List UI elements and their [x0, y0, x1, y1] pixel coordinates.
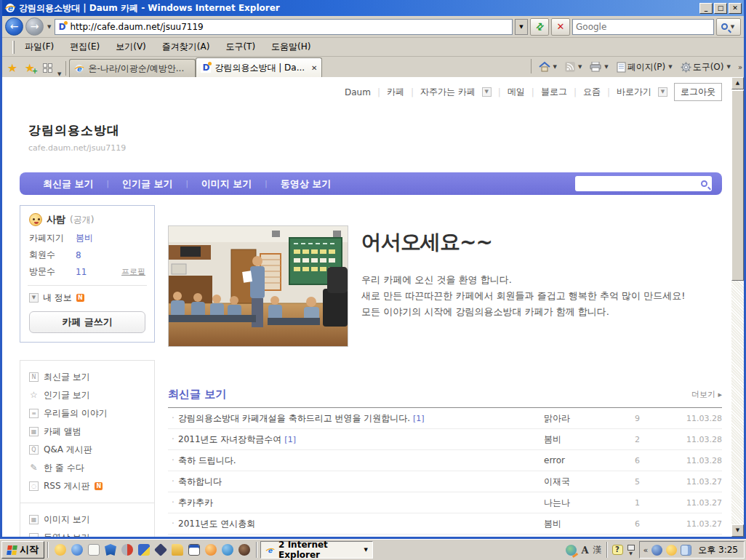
favorites-button[interactable]: ★: [4, 59, 21, 76]
menu-view[interactable]: 보기(V): [116, 41, 146, 53]
sidebar-item-video-view[interactable]: ▸동영상 보기: [29, 529, 145, 537]
frequent-cafes-dropdown-icon[interactable]: ▼: [482, 87, 492, 97]
history-dropdown-icon[interactable]: ▼: [46, 24, 52, 30]
language-bar-restore[interactable]: ▼: [627, 545, 635, 556]
nav-images[interactable]: 이미지 보기: [188, 177, 265, 191]
recent-posts-heading[interactable]: 최신글 보기: [168, 388, 226, 401]
scroll-down-icon[interactable]: ▼: [731, 524, 744, 537]
home-button[interactable]: ▼: [537, 60, 561, 74]
title-bar[interactable]: e 강림의용소방대 | Daum 카페 - Windows Internet E…: [2, 0, 744, 16]
shield-icon[interactable]: [105, 544, 116, 556]
hanja-input-icon[interactable]: 漢: [593, 544, 602, 556]
nav-latest-posts[interactable]: 최신글 보기: [30, 177, 107, 191]
google-search-input[interactable]: [576, 22, 710, 32]
link-yozm[interactable]: 요즘: [583, 86, 601, 98]
taskbar-window-button[interactable]: e 2 Internet Explorer ▼: [260, 541, 373, 559]
link-mail[interactable]: 메일: [508, 86, 525, 98]
profile-link[interactable]: 프로필: [121, 266, 145, 277]
latin-input-icon[interactable]: A: [581, 545, 588, 556]
smiley-tray-icon[interactable]: [666, 545, 677, 556]
address-dropdown-icon[interactable]: ▼: [515, 19, 528, 35]
ime-keyboard-tray-icon[interactable]: [681, 545, 691, 556]
add-favorite-button[interactable]: ★+: [21, 59, 39, 76]
stop-button[interactable]: ✕: [551, 18, 570, 36]
scheduler-tray-icon[interactable]: [651, 545, 662, 556]
vertical-scrollbar[interactable]: ▲ ▼: [731, 77, 744, 537]
minimize-button[interactable]: _: [699, 3, 713, 14]
nav-popular-posts[interactable]: 인기글 보기: [109, 177, 186, 191]
close-button[interactable]: ✕: [729, 3, 742, 14]
menu-favorites[interactable]: 즐겨찾기(A): [162, 41, 210, 53]
diamond-icon[interactable]: [154, 543, 167, 556]
collapse-chevron-icon[interactable]: «: [643, 545, 649, 555]
post-title[interactable]: 2011년도 연시총회: [178, 518, 544, 530]
start-button[interactable]: 시작: [1, 541, 44, 559]
post-title[interactable]: 추카추카: [178, 497, 544, 509]
cafe-owner-link[interactable]: 봄비: [76, 232, 93, 244]
link-frequent-cafes[interactable]: 자주가는 카페: [420, 86, 476, 98]
sidebar-item-rss[interactable]: ◌RSS 게시판N: [29, 477, 145, 495]
forward-button[interactable]: →: [25, 17, 44, 36]
address-input[interactable]: [70, 22, 510, 32]
maximize-button[interactable]: □: [714, 3, 727, 14]
menu-tools[interactable]: 도구(T): [225, 41, 255, 53]
language-bar-icon[interactable]: [566, 545, 577, 556]
menu-help[interactable]: 도움말(H): [271, 41, 310, 53]
acrobat-icon[interactable]: [222, 544, 233, 556]
scrollbar-thumb[interactable]: [731, 90, 744, 281]
tab-close-icon[interactable]: ✕: [311, 64, 317, 72]
post-title[interactable]: 축하 드립니다.: [178, 455, 544, 467]
quick-tabs-button[interactable]: [39, 59, 56, 76]
scroll-up-icon[interactable]: ▲: [731, 77, 744, 89]
link-daum[interactable]: Daum: [345, 87, 371, 97]
more-link[interactable]: 더보기 ▸: [691, 389, 722, 400]
menu-grip[interactable]: [12, 41, 15, 54]
tools-button[interactable]: 도구(O) ▼: [678, 60, 734, 75]
sidebar-item-our-story[interactable]: ≡우리들의 이야기: [29, 404, 145, 423]
hangul-doc-icon[interactable]: [88, 544, 100, 556]
logout-button[interactable]: 로그아웃: [674, 83, 722, 101]
sidebar-item-latest[interactable]: N최신글 보기: [29, 368, 145, 386]
tab-list-dropdown-icon[interactable]: ▼: [56, 71, 63, 77]
swoosh-icon[interactable]: [121, 544, 133, 556]
post-row[interactable]: · 축하합니다 이재국 5 11.03.27: [168, 471, 722, 492]
sidebar-item-one-line[interactable]: ✎한 줄 수다: [29, 459, 145, 477]
post-row[interactable]: · 2011년도 연시총회 봄비 6 11.03.27: [168, 513, 722, 535]
shortcuts-dropdown-icon[interactable]: ▼: [658, 87, 667, 97]
user-face-icon[interactable]: [238, 544, 250, 556]
search-go-button[interactable]: ▼: [716, 18, 741, 36]
sidebar-item-qna[interactable]: QQ&A 게시판: [29, 441, 145, 459]
folder-icon[interactable]: [172, 544, 183, 556]
link-cafe[interactable]: 카페: [387, 86, 404, 98]
sidebar-item-album[interactable]: ▦카페 앨범: [29, 423, 145, 441]
print-button[interactable]: ▼: [587, 60, 611, 73]
refresh-button[interactable]: ⇄: [530, 18, 549, 36]
messenger-icon[interactable]: [55, 544, 66, 556]
post-title[interactable]: 축하합니다: [178, 476, 544, 488]
nav-videos[interactable]: 동영상 보기: [268, 177, 345, 191]
post-row[interactable]: · 추카추카 나는나 1 11.03.27: [168, 492, 722, 513]
write-post-button[interactable]: 카페 글쓰기: [29, 311, 145, 333]
media-icon[interactable]: [138, 544, 150, 556]
ie-launch-icon[interactable]: [71, 544, 83, 556]
post-title[interactable]: 강림의용소방대 카페개설을 축하드리고 번영을 기원합니다.[1]: [178, 412, 544, 425]
my-info-label[interactable]: 내 정보: [43, 292, 72, 304]
sidebar-item-image-view[interactable]: ▦이미지 보기: [29, 511, 145, 529]
my-info-dropdown-icon[interactable]: ▼: [29, 293, 39, 303]
back-button[interactable]: ←: [5, 17, 23, 36]
tab-cafe[interactable]: D 강림의용소방대 | Da... ✕: [196, 57, 322, 77]
console-window-icon[interactable]: [188, 544, 200, 556]
post-row[interactable]: · 강림의용소방대 카페개설을 축하드리고 번영을 기원합니다.[1] 맑아라 …: [168, 408, 722, 429]
link-blog[interactable]: 블로그: [541, 86, 567, 98]
search-icon[interactable]: [701, 180, 707, 187]
feeds-button[interactable]: ▼: [563, 60, 585, 73]
tab-onnara[interactable]: e 온-나라/이광순/예방안...: [69, 59, 196, 77]
page-button[interactable]: 페이지(P) ▼: [614, 60, 676, 75]
post-row[interactable]: · 축하 드립니다. error 6 11.03.28: [168, 450, 722, 471]
menu-file[interactable]: 파일(F): [25, 41, 54, 53]
sidebar-item-popular[interactable]: ☆인기글 보기: [29, 386, 145, 404]
post-row[interactable]: · 2011년도 자녀장학금수여[1] 봄비 2 11.03.28: [168, 429, 722, 450]
help-icon[interactable]: ?: [612, 545, 623, 555]
menu-edit[interactable]: 편집(E): [70, 41, 100, 53]
cafe-search-input[interactable]: [579, 179, 701, 189]
